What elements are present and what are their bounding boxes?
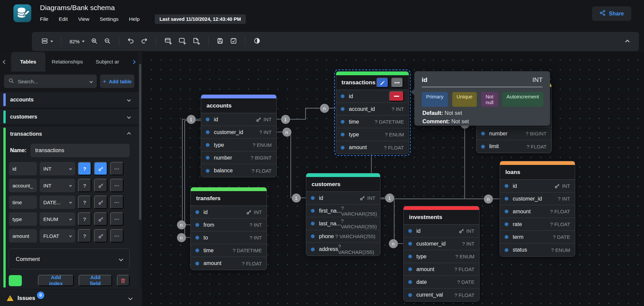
tab-subject-areas[interactable]: Subject ar <box>89 52 126 72</box>
table-field-row[interactable]: current_val? FLOAT <box>404 289 479 301</box>
field-more-button[interactable]: ··· <box>110 212 124 226</box>
table-field-row[interactable]: balance? FLOAT <box>201 164 276 177</box>
comment-collapsible[interactable]: Comment <box>9 249 130 269</box>
primary-key-toggle[interactable] <box>94 162 107 175</box>
nullable-toggle[interactable]: ? <box>78 162 91 175</box>
canvas-table-customers[interactable]: customersidINTfirst_na...? VARCHAR(255)l… <box>306 173 380 256</box>
table-header[interactable]: investments <box>404 210 479 225</box>
menu-help[interactable]: Help <box>129 16 140 22</box>
table-color-swatch[interactable] <box>9 275 22 286</box>
field-name-input[interactable]: time <box>9 195 37 209</box>
add-index-button[interactable]: Add index <box>38 275 74 286</box>
tabs-scroll-right[interactable] <box>132 59 135 65</box>
table-field-row[interactable]: idINT <box>404 225 479 237</box>
field-more-button[interactable]: ··· <box>110 162 124 175</box>
table-field-row[interactable]: time? DATETIME <box>336 116 409 128</box>
field-name-input[interactable]: id <box>9 162 37 175</box>
nullable-toggle[interactable]: ? <box>78 179 91 192</box>
save-button[interactable] <box>215 36 226 47</box>
tab-tables[interactable]: Tables <box>11 52 45 72</box>
table-header[interactable]: transactions••• <box>336 75 409 90</box>
zoom-in-button[interactable] <box>89 36 100 47</box>
table-field-row[interactable]: type? ENUM <box>201 139 276 151</box>
table-field-row[interactable]: idINT <box>500 180 575 192</box>
todo-button[interactable] <box>228 36 239 47</box>
scrollbar-thumb[interactable] <box>139 64 141 220</box>
sidebar-table-item-transactions[interactable]: transactions <box>0 126 138 142</box>
table-field-row[interactable]: idINT <box>201 113 276 126</box>
menu-edit[interactable]: Edit <box>59 16 68 22</box>
primary-key-toggle[interactable] <box>94 195 107 209</box>
canvas-table-loans[interactable]: loansidINTcustomer_id? INTamount? FLOATr… <box>500 161 575 257</box>
sidebar-table-item-accounts[interactable]: accounts <box>0 92 138 107</box>
table-header[interactable]: customers <box>306 177 380 192</box>
primary-key-toggle[interactable] <box>94 229 107 243</box>
field-name-input[interactable]: type <box>9 212 37 226</box>
table-field-row[interactable]: status? ENUM <box>500 244 575 256</box>
table-field-row[interactable]: account_id? INT <box>336 103 409 116</box>
theme-toggle-button[interactable] <box>251 36 263 47</box>
table-field-row[interactable]: phone? VARCHAR(255) <box>306 230 380 243</box>
canvas-table-accounts[interactable]: accountsidINTcustomer_id? INTtype? ENUMn… <box>201 94 277 177</box>
table-field-row[interactable]: number? BIGINT <box>476 127 551 140</box>
table-header[interactable]: accounts <box>201 98 276 113</box>
field-name-input[interactable]: amount <box>9 229 37 243</box>
table-field-row[interactable]: id <box>336 90 409 103</box>
primary-key-toggle[interactable] <box>94 179 107 192</box>
canvas-table-transfers[interactable]: transfersidINTfrom? INTto? INTtime? DATE… <box>190 187 267 270</box>
table-field-row[interactable]: amount? FLOAT <box>404 263 479 276</box>
field-type-select[interactable]: INT <box>40 162 75 175</box>
toolbar-collapse-button[interactable] <box>626 39 632 45</box>
field-type-select[interactable]: DATE... <box>40 195 75 209</box>
undo-button[interactable] <box>125 36 136 47</box>
zoom-out-button[interactable] <box>102 36 113 47</box>
nullable-toggle[interactable]: ? <box>78 212 91 226</box>
edit-table-button[interactable] <box>376 78 388 88</box>
table-header[interactable]: transfers <box>191 191 267 206</box>
search-input[interactable]: Search... <box>4 75 97 88</box>
table-field-row[interactable]: address? VARCHAR(255) <box>306 243 380 256</box>
nullable-toggle[interactable]: ? <box>78 229 91 243</box>
diagram-canvas[interactable]: accountsidINTcustomer_id? INTtype? ENUMn… <box>142 52 644 306</box>
zoom-level-select[interactable]: 82% <box>67 37 87 46</box>
table-more-button[interactable]: ••• <box>391 78 403 88</box>
add-field-button[interactable]: Add field <box>79 275 112 286</box>
field-type-select[interactable]: ENUM <box>40 212 75 226</box>
table-field-row[interactable]: limit? FLOAT <box>476 140 551 153</box>
add-table-button[interactable]: + Add table <box>100 75 134 88</box>
table-field-row[interactable]: term? DATE <box>500 231 575 244</box>
app-logo[interactable] <box>13 4 31 22</box>
remove-field-button[interactable] <box>389 91 404 101</box>
menu-settings[interactable]: Settings <box>100 16 119 22</box>
table-field-row[interactable]: date? DATE <box>404 276 479 289</box>
share-button[interactable]: Share <box>592 6 631 21</box>
tab-relationships[interactable]: Relationships <box>45 52 89 72</box>
nullable-toggle[interactable]: ? <box>78 195 91 209</box>
add-table-tool-button[interactable] <box>162 35 174 48</box>
field-type-select[interactable]: FLOAT <box>40 229 75 243</box>
canvas-table-investments[interactable]: investmentsidINTcustomer_id? INTtype? EN… <box>403 206 479 302</box>
table-field-row[interactable]: type? ENUM <box>404 250 479 263</box>
tabs-scroll-left[interactable] <box>3 59 6 65</box>
view-mode-button[interactable] <box>39 36 55 47</box>
menu-file[interactable]: File <box>40 16 48 22</box>
table-field-row[interactable]: time? DATETIME <box>191 244 267 257</box>
table-field-row[interactable]: idINT <box>191 206 267 219</box>
table-field-row[interactable]: to? INT <box>191 231 267 244</box>
table-field-row[interactable]: rate? FLOAT <box>500 218 575 231</box>
delete-table-button[interactable] <box>117 275 130 286</box>
table-field-row[interactable]: number? BIGINT <box>201 151 276 164</box>
table-field-row[interactable]: amount? FLOAT <box>336 141 409 154</box>
add-area-button[interactable] <box>176 35 188 48</box>
field-more-button[interactable]: ··· <box>110 179 124 192</box>
menu-view[interactable]: View <box>78 16 89 22</box>
add-note-button[interactable] <box>190 35 202 48</box>
table-field-row[interactable]: first_na...? VARCHAR(255) <box>306 205 380 217</box>
field-more-button[interactable]: ··· <box>110 229 124 243</box>
table-header[interactable]: loans <box>500 165 575 180</box>
table-name-input[interactable] <box>31 144 130 157</box>
table-field-row[interactable]: idINT <box>306 192 380 205</box>
table-field-row[interactable]: from? INT <box>191 219 267 231</box>
field-more-button[interactable]: ··· <box>110 195 124 209</box>
canvas-table-transactions[interactable]: transactions•••idaccount_id? INTtime? DA… <box>336 71 409 154</box>
